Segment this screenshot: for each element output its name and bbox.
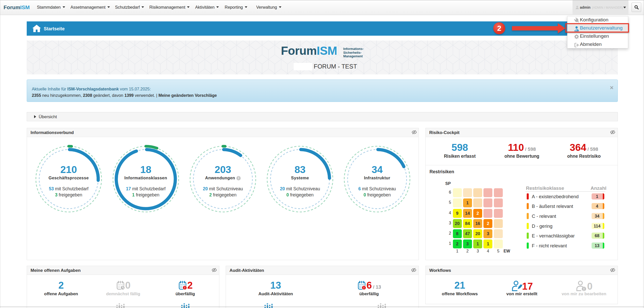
svg-text:2: 2 (497, 24, 501, 32)
